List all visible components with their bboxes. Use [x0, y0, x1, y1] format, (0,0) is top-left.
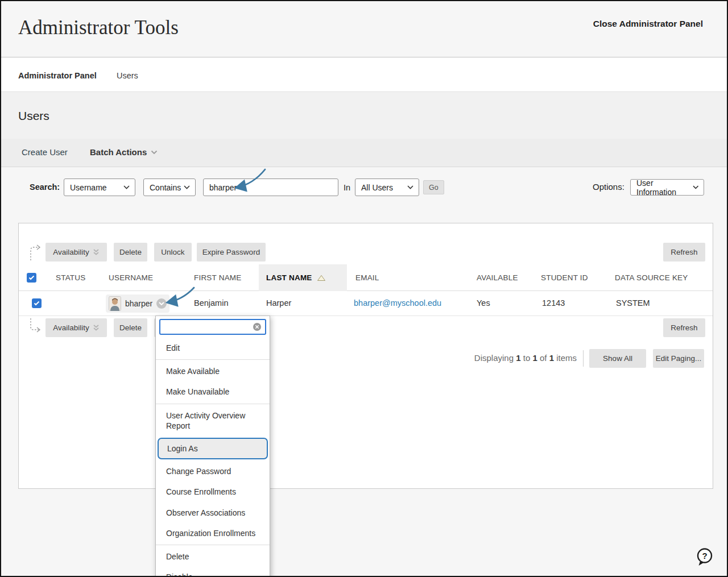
- last-name-label: LAST NAME: [266, 273, 312, 282]
- menu-item-login-as[interactable]: Login As: [158, 438, 268, 459]
- user-context-menu: Edit Make Available Make Unavailable Use…: [155, 316, 270, 577]
- batch-actions-button[interactable]: Batch Actions: [90, 147, 158, 157]
- search-field-value: Username: [70, 183, 107, 192]
- search-query-input[interactable]: [203, 179, 338, 196]
- paging-from: 1: [516, 353, 520, 363]
- menu-item-make-unavailable[interactable]: Make Unavailable: [156, 381, 270, 402]
- search-field-select[interactable]: Username: [64, 179, 135, 196]
- search-scope-value: All Users: [361, 183, 393, 192]
- app-header: Administrator Tools Close Administrator …: [1, 1, 727, 57]
- search-operator-select[interactable]: Contains: [143, 179, 196, 196]
- paging-to: 1: [532, 353, 537, 363]
- paging-divider: [583, 350, 584, 367]
- options-label: Options:: [593, 182, 624, 192]
- go-button[interactable]: Go: [423, 180, 444, 194]
- breadcrumb-administrator-panel[interactable]: Administrator Panel: [18, 71, 97, 80]
- chevron-down-icon: [184, 185, 190, 189]
- paging-prefix: Displaying: [474, 353, 514, 363]
- column-header-username[interactable]: USERNAME: [109, 273, 153, 282]
- chevron-down-icon: [123, 185, 130, 189]
- breadcrumb: Administrator Panel Users: [1, 58, 727, 92]
- availability-label: Availability: [53, 323, 89, 332]
- double-chevron-down-icon: [93, 325, 100, 331]
- menu-item-make-available[interactable]: Make Available: [156, 361, 270, 381]
- users-list-panel: Availability Delete Unlock Expire Passwo…: [18, 223, 713, 489]
- availability-button-top[interactable]: Availability: [46, 243, 107, 261]
- breadcrumb-users[interactable]: Users: [117, 71, 138, 80]
- menu-item-course-enrollments[interactable]: Course Enrollments: [156, 481, 270, 502]
- paging-items-label: items: [556, 353, 577, 363]
- menu-item-delete[interactable]: Delete: [156, 546, 270, 567]
- delete-button-top[interactable]: Delete: [114, 243, 147, 261]
- refresh-button-top[interactable]: Refresh: [663, 243, 705, 261]
- student-id-cell: 12143: [542, 298, 565, 308]
- search-operator-value: Contains: [150, 183, 181, 192]
- username-value: bharper: [125, 299, 152, 308]
- menu-separator: [156, 359, 270, 360]
- row-context-menu-button[interactable]: [156, 298, 167, 309]
- clear-icon[interactable]: [253, 322, 262, 331]
- select-all-checkbox[interactable]: [27, 273, 36, 283]
- options-value: User Information: [636, 179, 693, 197]
- column-header-email[interactable]: EMAIL: [355, 273, 379, 282]
- menu-item-organization-enrollments[interactable]: Organization Enrollments: [156, 523, 270, 543]
- batch-actions-label: Batch Actions: [90, 147, 147, 157]
- column-header-student-id[interactable]: STUDENT ID: [541, 273, 588, 282]
- action-bar: Create User Batch Actions: [1, 139, 727, 167]
- refresh-button-bottom[interactable]: Refresh: [663, 318, 705, 337]
- paging-to-label: to: [523, 353, 531, 363]
- page-title: Users: [18, 109, 49, 123]
- double-chevron-down-icon: [93, 249, 100, 255]
- column-header-status[interactable]: STATUS: [56, 273, 85, 282]
- last-name-cell: Harper: [266, 298, 291, 308]
- expire-password-button-top[interactable]: Expire Password: [197, 243, 266, 261]
- menu-item-disable[interactable]: Disable: [156, 567, 270, 577]
- options-select[interactable]: User Information: [630, 179, 704, 196]
- page-title-bar: Users: [1, 93, 727, 139]
- chevron-down-icon: [407, 185, 413, 189]
- help-icon[interactable]: ?: [695, 547, 714, 567]
- chevron-down-icon: [159, 302, 164, 306]
- chevron-down-icon: [693, 185, 698, 189]
- search-scope-select[interactable]: All Users: [355, 179, 419, 196]
- row-checkbox[interactable]: [32, 298, 42, 308]
- page-heading: Administrator Tools: [18, 16, 179, 39]
- column-header-available[interactable]: AVAILABLE: [477, 273, 518, 282]
- check-icon: [34, 301, 40, 306]
- paging-status: Displaying 1 to 1 of 1 items: [474, 353, 577, 363]
- paging-of-label: of: [540, 353, 547, 363]
- chevron-down-icon: [151, 150, 158, 155]
- check-icon: [28, 275, 35, 280]
- email-link[interactable]: bharper@myschool.edu: [354, 298, 441, 308]
- help-glyph: ?: [702, 551, 707, 561]
- column-header-data-source-key[interactable]: DATA SOURCE KEY: [615, 273, 688, 282]
- username-cell: bharper: [106, 294, 169, 313]
- show-all-button[interactable]: Show All: [589, 349, 646, 368]
- menu-search-field[interactable]: [159, 319, 266, 335]
- select-all-arrow-icon: [27, 243, 43, 261]
- available-cell: Yes: [477, 298, 490, 308]
- table-header-row: STATUS USERNAME FIRST NAME LAST NAME EMA…: [19, 264, 713, 291]
- table-row: bharper Benjamin Harper bharper@myschool…: [19, 291, 713, 316]
- sort-ascending-icon: [317, 275, 326, 281]
- create-user-button[interactable]: Create User: [22, 147, 68, 157]
- unlock-button-top[interactable]: Unlock: [154, 243, 192, 261]
- close-administrator-panel-button[interactable]: Close Administrator Panel: [593, 19, 703, 29]
- column-header-last-name[interactable]: LAST NAME: [259, 264, 347, 291]
- column-header-first-name[interactable]: FIRST NAME: [194, 273, 242, 282]
- availability-label: Availability: [53, 248, 89, 256]
- menu-item-observer-associations[interactable]: Observer Associations: [156, 503, 270, 523]
- edit-paging-button[interactable]: Edit Paging...: [653, 349, 704, 368]
- select-all-arrow-icon: [27, 317, 43, 335]
- menu-separator: [156, 404, 270, 404]
- menu-item-edit[interactable]: Edit: [156, 338, 270, 358]
- menu-separator: [156, 545, 270, 545]
- paging-total: 1: [549, 353, 554, 363]
- delete-button-bottom[interactable]: Delete: [114, 318, 147, 337]
- administrator-tools-page: Administrator Tools Close Administrator …: [0, 0, 728, 577]
- menu-item-change-password[interactable]: Change Password: [156, 461, 270, 481]
- menu-item-user-activity-overview-report[interactable]: User Activity Overview Report: [156, 405, 270, 436]
- search-label: Search:: [30, 182, 60, 192]
- availability-button-bottom[interactable]: Availability: [46, 318, 107, 337]
- data-source-key-cell: SYSTEM: [616, 298, 650, 308]
